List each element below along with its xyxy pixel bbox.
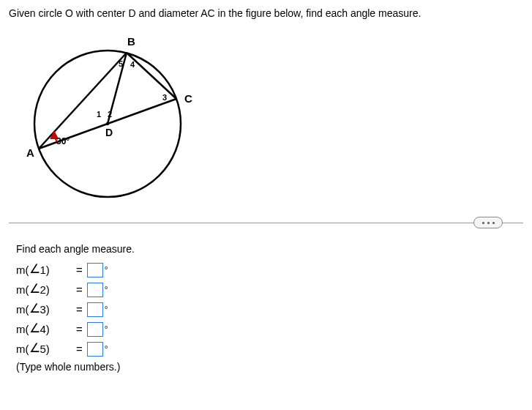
answer-row: m(∠5) = ° [16,341,523,357]
answer-row: m(∠3) = ° [16,302,523,317]
figure: A B C D 30° 1 2 3 4 5 [16,25,206,208]
answer-row: m(∠2) = ° [16,282,523,297]
angle-3-input[interactable] [87,302,103,317]
answer-label-1: m(∠1) [16,262,75,277]
answers-section: Find each angle measure. m(∠1) = ° m(∠2)… [16,243,523,373]
label-ang3: 3 [162,93,167,102]
answers-heading: Find each angle measure. [16,243,523,255]
angle-1-input[interactable] [87,263,103,277]
label-ang5: 5 [119,59,123,68]
angle-5-input[interactable] [87,342,103,357]
hint-text: (Type whole numbers.) [16,361,523,373]
answer-row: m(∠1) = ° [16,262,523,277]
angle-2-input[interactable] [87,283,103,297]
label-30deg: 30° [56,136,70,146]
answer-label-3: m(∠3) [16,302,75,317]
label-ang2: 2 [108,110,112,119]
answer-label-2: m(∠2) [16,282,75,297]
label-C: C [184,92,192,105]
label-B: B [127,35,135,48]
answer-label-4: m(∠4) [16,321,75,337]
angle-4-input[interactable] [87,322,103,337]
answer-label-5: m(∠5) [16,341,75,357]
label-A: A [26,146,34,159]
divider-row [9,215,523,230]
problem-prompt: Given circle O with center D and diamete… [9,7,523,19]
label-ang1: 1 [97,110,101,119]
label-ang4: 4 [130,60,135,69]
svg-point-5 [106,122,109,125]
label-D: D [105,127,113,138]
answer-row: m(∠4) = ° [16,321,523,337]
more-button[interactable] [473,217,503,228]
divider [9,223,523,223]
